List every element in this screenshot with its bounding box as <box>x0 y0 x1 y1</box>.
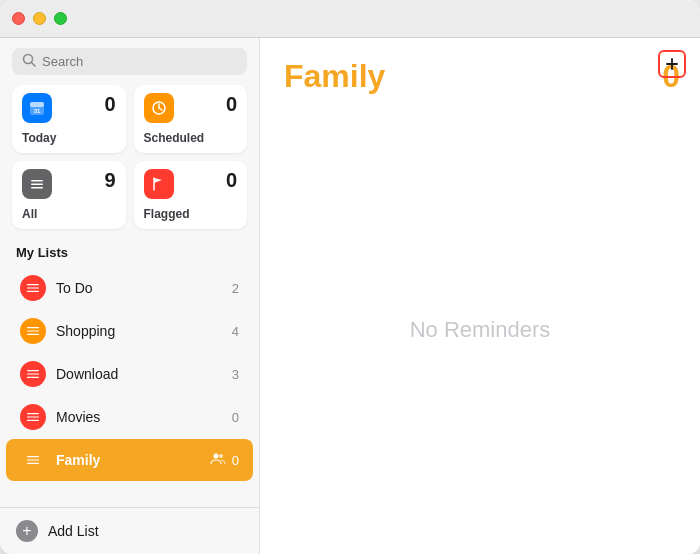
sidebar: 31 0 Today <box>0 38 260 554</box>
svg-rect-25 <box>27 463 39 464</box>
scheduled-count: 0 <box>226 93 237 116</box>
list-item-shopping[interactable]: Shopping 4 <box>6 310 253 352</box>
close-button[interactable] <box>12 12 25 25</box>
smart-lists-grid: 31 0 Today <box>0 85 259 239</box>
scheduled-label: Scheduled <box>144 131 238 145</box>
search-input[interactable] <box>42 54 237 69</box>
list-name-todo: To Do <box>56 280 232 296</box>
today-count: 0 <box>104 93 115 116</box>
svg-rect-9 <box>31 184 43 186</box>
shared-icon <box>210 451 226 470</box>
list-name-download: Download <box>56 366 232 382</box>
svg-rect-3 <box>30 102 44 107</box>
svg-rect-17 <box>27 370 39 371</box>
svg-rect-8 <box>31 180 43 182</box>
minimize-button[interactable] <box>33 12 46 25</box>
list-count-movies: 0 <box>232 410 239 425</box>
today-label: Today <box>22 131 116 145</box>
all-label: All <box>22 207 116 221</box>
svg-rect-15 <box>27 330 39 331</box>
smart-tile-scheduled[interactable]: 0 Scheduled <box>134 85 248 153</box>
svg-point-27 <box>219 454 223 458</box>
svg-rect-10 <box>31 187 43 189</box>
flagged-icon <box>144 169 174 199</box>
svg-line-1 <box>32 63 36 67</box>
svg-rect-21 <box>27 416 39 417</box>
all-count: 9 <box>104 169 115 192</box>
list-icon-todo <box>20 275 46 301</box>
svg-text:31: 31 <box>34 108 41 114</box>
list-item-family[interactable]: Family 0 <box>6 439 253 481</box>
list-name-shopping: Shopping <box>56 323 232 339</box>
add-reminder-button[interactable] <box>658 50 686 78</box>
list-count-todo: 2 <box>232 281 239 296</box>
main-content: 31 0 Today <box>0 38 700 554</box>
detail-header: Family 0 <box>260 38 700 105</box>
search-icon <box>22 53 36 70</box>
search-bar[interactable] <box>12 48 247 75</box>
scheduled-icon <box>144 93 174 123</box>
svg-rect-16 <box>27 334 39 335</box>
add-list-button[interactable]: + Add List <box>0 507 259 554</box>
my-lists-header: My Lists <box>0 239 259 266</box>
list-name-movies: Movies <box>56 409 232 425</box>
list-item-todo[interactable]: To Do 2 <box>6 267 253 309</box>
svg-rect-14 <box>27 327 39 328</box>
list-items: To Do 2 Shopping 4 <box>0 266 259 507</box>
traffic-lights <box>12 12 67 25</box>
list-item-movies[interactable]: Movies 0 <box>6 396 253 438</box>
no-reminders-message: No Reminders <box>260 105 700 554</box>
add-list-plus-icon: + <box>16 520 38 542</box>
list-icon-movies <box>20 404 46 430</box>
list-count-family: 0 <box>232 453 239 468</box>
svg-rect-20 <box>27 413 39 414</box>
title-bar <box>0 0 700 38</box>
list-count-download: 3 <box>232 367 239 382</box>
list-item-download[interactable]: Download 3 <box>6 353 253 395</box>
smart-tile-all[interactable]: 9 All <box>12 161 126 229</box>
svg-rect-22 <box>27 420 39 421</box>
svg-point-26 <box>213 453 218 458</box>
svg-rect-24 <box>27 459 39 460</box>
list-name-family: Family <box>56 452 210 468</box>
svg-rect-12 <box>27 287 39 288</box>
svg-rect-23 <box>27 456 39 457</box>
svg-rect-18 <box>27 373 39 374</box>
list-icon-shopping <box>20 318 46 344</box>
flagged-count: 0 <box>226 169 237 192</box>
svg-line-7 <box>159 108 162 110</box>
svg-rect-13 <box>27 291 39 292</box>
add-list-label: Add List <box>48 523 99 539</box>
detail-title: Family <box>284 58 385 95</box>
list-count-shopping: 4 <box>232 324 239 339</box>
list-icon-download <box>20 361 46 387</box>
list-icon-family <box>20 447 46 473</box>
smart-tile-flagged[interactable]: 0 Flagged <box>134 161 248 229</box>
detail-pane: Family 0 No Reminders <box>260 38 700 554</box>
smart-tile-today[interactable]: 31 0 Today <box>12 85 126 153</box>
maximize-button[interactable] <box>54 12 67 25</box>
svg-rect-19 <box>27 377 39 378</box>
app-window: 31 0 Today <box>0 0 700 554</box>
flagged-label: Flagged <box>144 207 238 221</box>
svg-rect-11 <box>27 284 39 285</box>
all-icon <box>22 169 52 199</box>
today-icon: 31 <box>22 93 52 123</box>
